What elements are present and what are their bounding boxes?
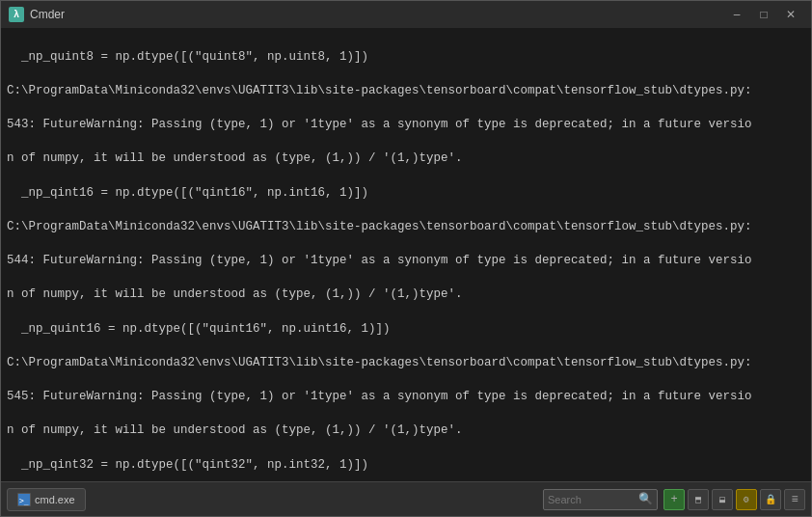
tab-cmd[interactable]: >_ cmd.exe bbox=[7, 488, 86, 511]
cmd-icon: >_ bbox=[17, 493, 31, 506]
menu-button[interactable]: ≡ bbox=[784, 489, 805, 510]
app-icon: λ bbox=[9, 7, 24, 22]
terminal-line: _np_qint16 = np.dtype([("qint16", np.int… bbox=[7, 185, 805, 203]
split-h-button[interactable]: ⬓ bbox=[712, 489, 733, 510]
terminal-line: C:\ProgramData\Miniconda32\envs\UGATIT3\… bbox=[7, 83, 805, 100]
terminal-line: 543: FutureWarning: Passing (type, 1) or… bbox=[7, 117, 805, 134]
window-controls: – □ ✕ bbox=[724, 5, 803, 24]
search-box[interactable]: 🔍 bbox=[543, 489, 658, 510]
terminal-output: _np_quint8 = np.dtype([("quint8", np.uin… bbox=[1, 28, 811, 481]
split-h-icon: ⬓ bbox=[719, 494, 725, 505]
terminal-line: _np_quint16 = np.dtype([("quint16", np.u… bbox=[7, 321, 805, 339]
title-bar: λ Cmder – □ ✕ bbox=[1, 1, 811, 28]
title-bar-left: λ Cmder bbox=[9, 7, 65, 22]
terminal-line: n of numpy, it will be understood as (ty… bbox=[7, 422, 805, 440]
terminal-line: 544: FutureWarning: Passing (type, 1) or… bbox=[7, 253, 805, 270]
terminal-line: n of numpy, it will be understood as (ty… bbox=[7, 150, 805, 168]
terminal-line: n of numpy, it will be understood as (ty… bbox=[7, 286, 805, 304]
search-input[interactable] bbox=[548, 494, 635, 505]
terminal-line: _np_qint32 = np.dtype([("qint32", np.int… bbox=[7, 457, 805, 475]
cmd-svg-icon: >_ bbox=[18, 494, 30, 505]
terminal-line: C:\ProgramData\Miniconda32\envs\UGATIT3\… bbox=[7, 355, 805, 372]
bottom-icons: + ⬒ ⬓ ⚙ 🔒 ≡ bbox=[663, 489, 805, 510]
search-icon: 🔍 bbox=[638, 492, 653, 506]
settings-icon: ⚙ bbox=[744, 494, 749, 505]
bottom-bar: >_ cmd.exe 🔍 + ⬒ ⬓ ⚙ 🔒 bbox=[1, 481, 811, 516]
lock-icon: 🔒 bbox=[765, 494, 776, 505]
close-button[interactable]: ✕ bbox=[778, 5, 803, 24]
svg-text:>_: >_ bbox=[19, 497, 29, 505]
split-v-icon: ⬒ bbox=[695, 494, 701, 505]
maximize-button[interactable]: □ bbox=[751, 5, 776, 24]
menu-icon: ≡ bbox=[791, 493, 798, 506]
add-icon: + bbox=[670, 493, 677, 506]
terminal-line: _np_quint8 = np.dtype([("quint8", np.uin… bbox=[7, 49, 805, 67]
main-window: λ Cmder – □ ✕ _np_quint8 = np.dtype([("q… bbox=[0, 0, 812, 517]
tab-label: cmd.exe bbox=[35, 494, 75, 505]
split-v-button[interactable]: ⬒ bbox=[688, 489, 709, 510]
window-title: Cmder bbox=[30, 8, 65, 21]
settings-button[interactable]: ⚙ bbox=[736, 489, 757, 510]
minimize-button[interactable]: – bbox=[724, 5, 749, 24]
lock-button[interactable]: 🔒 bbox=[760, 489, 781, 510]
terminal-line: C:\ProgramData\Miniconda32\envs\UGATIT3\… bbox=[7, 219, 805, 236]
terminal-line: 545: FutureWarning: Passing (type, 1) or… bbox=[7, 389, 805, 406]
add-tab-button[interactable]: + bbox=[663, 489, 685, 510]
